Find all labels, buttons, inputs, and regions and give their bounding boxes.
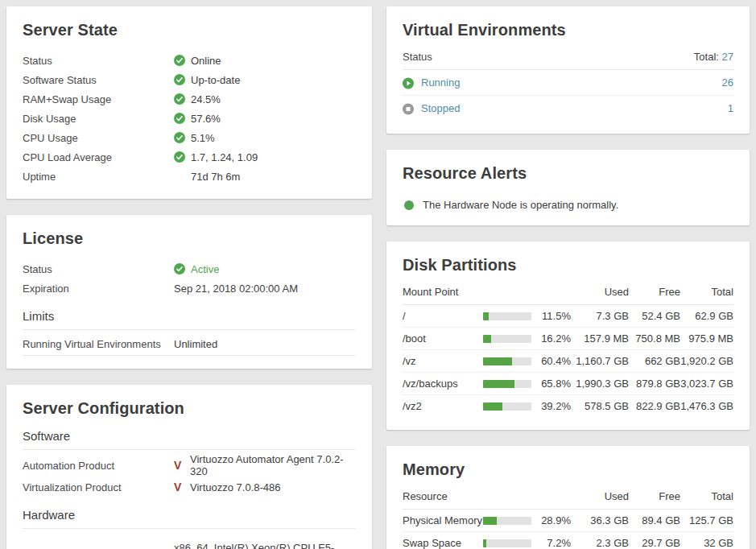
- license-status-value: Active: [191, 263, 219, 275]
- server-state-row-disk: Disk Usage 57.6%: [23, 109, 356, 128]
- usage-percent: 7.2%: [536, 537, 572, 549]
- status-ok-icon: [174, 93, 185, 105]
- server-configuration-card: Server Configuration Software Automation…: [6, 385, 372, 549]
- total-value: 1,476.3 GB: [680, 400, 733, 412]
- col-header-mount-point: Mount Point: [403, 286, 483, 298]
- mount-point: /boot: [403, 332, 483, 345]
- virtual-environments-card: Virtual Environments Status Total: 27 Ru…: [386, 6, 750, 134]
- usage-bar-fill: [483, 335, 491, 343]
- row-label: Uptime: [23, 171, 174, 183]
- free-value: 750.8 MB: [629, 332, 680, 345]
- resource-name: Swap Space: [403, 537, 483, 549]
- server-state-row-ram-swap: RAM+Swap Usage 24.5%: [23, 89, 356, 109]
- virtualization-product-row: Virtualization Product V Virtuozzo 7.0.8…: [23, 477, 356, 497]
- disk-row-vz: /vz 60.4% 1,160.7 GB 662 GB 1,920.2 GB: [403, 350, 733, 373]
- usage-bar: [483, 335, 531, 343]
- row-value: 5.1%: [191, 132, 215, 144]
- left-column: Server State Status Online Software Stat…: [6, 6, 372, 549]
- virtuozzo-logo-icon: V: [174, 481, 184, 493]
- ve-stopped-label[interactable]: Stopped: [421, 102, 460, 114]
- license-title: License: [23, 229, 356, 248]
- disk-row-root: / 11.5% 7.3 GB 52.4 GB 62.9 GB: [403, 305, 733, 328]
- used-value: 2.3 GB: [572, 537, 629, 549]
- ve-row-stopped[interactable]: Stopped 1: [403, 96, 733, 121]
- col-header-free: Free: [629, 490, 680, 502]
- ve-row-running[interactable]: Running 26: [403, 70, 733, 96]
- ve-running-count[interactable]: 26: [722, 76, 733, 89]
- row-label: Automation Product: [23, 460, 174, 472]
- server-state-row-cpu: CPU Usage 5.1%: [23, 128, 356, 147]
- running-icon: [403, 77, 414, 89]
- col-header-total: Total: [680, 286, 733, 298]
- disk-row-vz-backups: /vz/backups 65.8% 1,990.3 GB 879.8 GB 3,…: [403, 373, 733, 395]
- ve-running-label[interactable]: Running: [421, 76, 460, 89]
- memory-card: Memory Resource Used Free Total Physical…: [386, 446, 750, 549]
- row-value: 71d 7h 6m: [191, 171, 240, 183]
- row-label: Virtualization Product: [23, 481, 174, 493]
- total-value: 62.9 GB: [680, 310, 733, 322]
- usage-percent: 39.2%: [536, 400, 572, 412]
- server-state-row-status: Status Online: [23, 51, 356, 70]
- free-value: 89.4 GB: [629, 514, 680, 526]
- usage-bar: [483, 312, 531, 320]
- disk-partitions-title: Disk Partitions: [403, 256, 733, 274]
- usage-bar-fill: [483, 357, 512, 365]
- free-value: 822.9 GB: [629, 400, 680, 412]
- memory-row-physical: Physical Memory 28.9% 36.3 GB 89.4 GB 12…: [403, 510, 733, 532]
- usage-percent: 60.4%: [536, 355, 572, 367]
- used-value: 36.3 GB: [572, 514, 629, 526]
- col-header-free: Free: [629, 286, 680, 298]
- status-ok-icon: [174, 263, 185, 274]
- disk-row-boot: /boot 16.2% 157.9 MB 750.8 MB 975.9 MB: [403, 328, 733, 350]
- usage-bar: [483, 357, 531, 365]
- mount-point: /vz/backups: [403, 378, 483, 390]
- server-state-row-load: CPU Load Average 1.7, 1.24, 1.09: [23, 147, 356, 167]
- row-value: 1.7, 1.24, 1.09: [191, 151, 258, 163]
- dashboard: Server State Status Online Software Stat…: [0, 0, 756, 549]
- architecture-value: x86_64, Intel(R) Xeon(R) CPU E5-2650 v4 …: [174, 537, 356, 549]
- virtual-environments-title: Virtual Environments: [403, 21, 733, 39]
- right-column: Virtual Environments Status Total: 27 Ru…: [386, 6, 750, 549]
- mount-point: /vz: [403, 355, 483, 367]
- status-ok-icon: [174, 55, 185, 66]
- disk-table-header: Mount Point Used Free Total: [403, 286, 733, 305]
- usage-percent: 16.2%: [536, 332, 572, 345]
- license-card: License Status Active Expiration Sep 21,…: [6, 215, 372, 369]
- license-limit-row: Running Virtual Environments Unlimited: [23, 333, 356, 356]
- col-header-used: Used: [572, 490, 629, 502]
- free-value: 879.8 GB: [629, 378, 680, 390]
- col-header-resource: Resource: [403, 490, 483, 502]
- resource-alerts-title: Resource Alerts: [403, 164, 733, 183]
- used-value: 1,990.3 GB: [572, 378, 629, 390]
- hardware-section-header: Hardware: [23, 508, 356, 529]
- row-value: Virtuozzo Automator Agent 7.0.2-320: [190, 453, 356, 477]
- free-value: 662 GB: [629, 355, 680, 367]
- row-label: Disk Usage: [23, 113, 174, 125]
- virtuozzo-logo-icon: V: [174, 459, 184, 472]
- row-label: Status: [23, 263, 174, 275]
- usage-bar-fill: [483, 539, 486, 547]
- ve-stopped-count[interactable]: 1: [728, 102, 733, 114]
- software-section-header: Software: [23, 429, 356, 450]
- row-value: 24.5%: [191, 93, 221, 105]
- alert-row: The Hardware Node is operating normally.: [403, 194, 733, 213]
- row-value: Virtuozzo 7.0.8-486: [190, 481, 281, 493]
- free-value: 29.7 GB: [629, 537, 680, 549]
- total-value: 32 GB: [680, 537, 733, 549]
- usage-bar: [483, 517, 531, 525]
- col-header-total: Total: [680, 490, 733, 502]
- row-value: Online: [191, 55, 221, 67]
- usage-bar-fill: [483, 402, 502, 411]
- memory-row-swap: Swap Space 7.2% 2.3 GB 29.7 GB 32 GB: [403, 532, 733, 549]
- total-value: 3,023.7 GB: [680, 378, 733, 390]
- usage-percent: 11.5%: [536, 310, 572, 322]
- row-label: Running Virtual Environments: [23, 338, 174, 350]
- usage-bar: [483, 380, 531, 388]
- server-state-row-software: Software Status Up-to-date: [23, 70, 356, 89]
- server-state-card: Server State Status Online Software Stat…: [6, 6, 372, 199]
- license-expiration-value: Sep 21, 2018 02:00:00 AM: [174, 283, 298, 295]
- status-ok-icon: [174, 74, 185, 85]
- row-value: 57.6%: [191, 113, 221, 125]
- used-value: 1,160.7 GB: [572, 355, 629, 367]
- license-expiration-row: Expiration Sep 21, 2018 02:00:00 AM: [23, 279, 356, 298]
